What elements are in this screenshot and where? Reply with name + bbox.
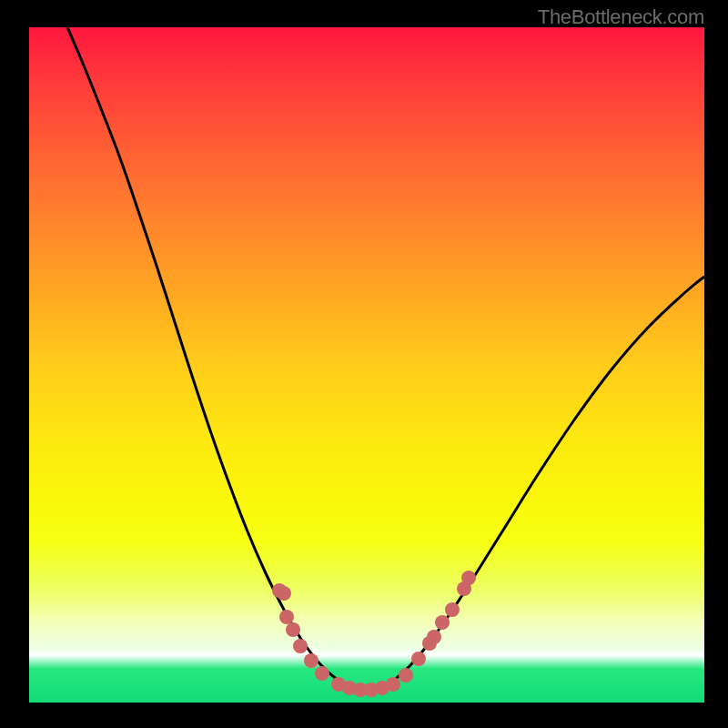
data-marker [427,630,441,644]
data-marker [293,639,308,653]
plot-area [29,27,704,703]
data-marker [277,586,291,601]
data-marker [286,622,300,637]
data-markers [272,571,476,697]
watermark-text: TheBottleneck.com [538,5,704,29]
data-marker [386,677,400,692]
data-marker [411,652,426,666]
data-marker [279,610,294,624]
chart-svg [29,27,704,703]
data-marker [399,668,413,682]
data-marker [435,615,450,630]
data-marker [445,602,460,617]
data-marker [315,666,329,681]
chart-container: TheBottleneck.com [0,0,728,728]
data-marker [304,653,318,668]
data-marker [461,571,476,585]
bottleneck-curve [67,27,704,690]
